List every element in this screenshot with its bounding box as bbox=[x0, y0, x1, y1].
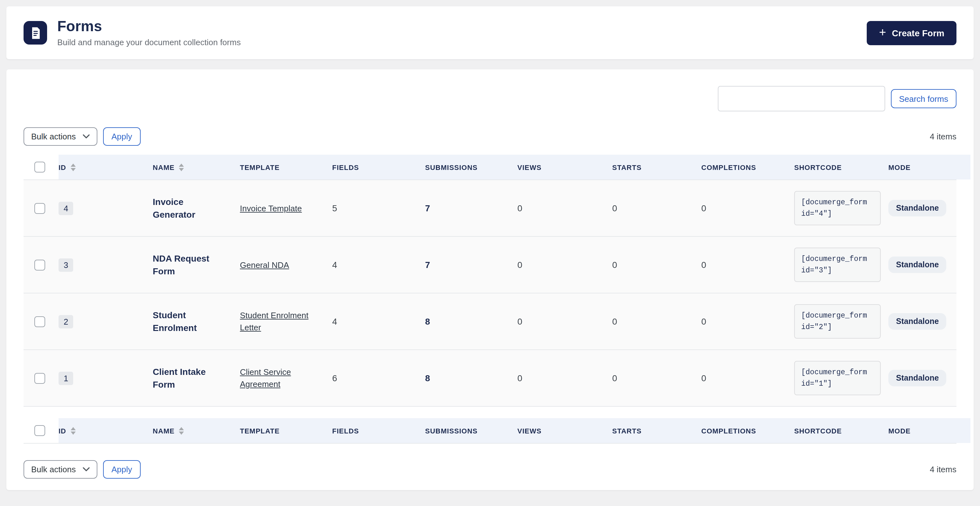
create-form-label: Create Form bbox=[892, 28, 944, 38]
column-label: COMPLETIONS bbox=[701, 427, 756, 435]
fields-count: 4 bbox=[332, 260, 425, 270]
mode-badge: Standalone bbox=[888, 200, 947, 217]
column-header-mode: MODE bbox=[888, 155, 970, 180]
column-label: STARTS bbox=[612, 164, 641, 171]
fields-count: 4 bbox=[332, 317, 425, 327]
sort-arrows-icon bbox=[71, 164, 76, 171]
template-link[interactable]: Client Service Agreement bbox=[240, 366, 309, 391]
row-checkbox[interactable] bbox=[34, 260, 45, 271]
column-footer-submissions: SUBMISSIONS bbox=[425, 418, 517, 443]
column-label: SHORTCODE bbox=[794, 164, 842, 171]
submissions-link[interactable]: 8 bbox=[425, 373, 430, 383]
column-label: VIEWS bbox=[517, 164, 541, 171]
starts-count: 0 bbox=[612, 317, 701, 327]
submissions-link[interactable]: 7 bbox=[425, 260, 430, 270]
table-row: 3 NDA Request Form General NDA 4 7 0 0 0… bbox=[24, 237, 956, 294]
select-all-checkbox[interactable] bbox=[34, 425, 45, 436]
views-count: 0 bbox=[517, 373, 612, 383]
bulk-actions-label: Bulk actions bbox=[31, 132, 76, 142]
column-label: ID bbox=[59, 164, 66, 171]
shortcode-box: [documerge_form id="4"] bbox=[794, 191, 881, 225]
mode-badge: Standalone bbox=[888, 257, 947, 274]
column-label: STARTS bbox=[612, 427, 641, 435]
form-name-link[interactable]: NDA Request Form bbox=[153, 252, 220, 278]
column-label: VIEWS bbox=[517, 427, 541, 435]
column-header-completions: COMPLETIONS bbox=[701, 155, 794, 180]
mode-badge: Standalone bbox=[888, 370, 947, 387]
column-footer-name[interactable]: NAME bbox=[153, 418, 240, 443]
submissions-link[interactable]: 7 bbox=[425, 204, 430, 213]
column-header-starts: STARTS bbox=[612, 155, 701, 180]
form-document-icon bbox=[24, 21, 47, 45]
mode-badge: Standalone bbox=[888, 313, 947, 330]
column-footer-template: TEMPLATE bbox=[240, 418, 332, 443]
completions-count: 0 bbox=[701, 317, 794, 327]
main-card: Search forms Bulk actions Apply 4 items bbox=[6, 70, 974, 490]
row-id-badge: 1 bbox=[59, 372, 73, 385]
shortcode-box: [documerge_form id="1"] bbox=[794, 361, 881, 395]
header-card: Forms Build and manage your document col… bbox=[6, 6, 974, 59]
sort-arrows-icon bbox=[179, 427, 184, 435]
column-header-submissions: SUBMISSIONS bbox=[425, 155, 517, 180]
top-toolbar: Bulk actions Apply 4 items bbox=[24, 127, 956, 146]
views-count: 0 bbox=[517, 317, 612, 327]
search-input[interactable] bbox=[718, 86, 885, 112]
column-label: TEMPLATE bbox=[240, 427, 280, 435]
column-header-shortcode: SHORTCODE bbox=[794, 155, 888, 180]
apply-button[interactable]: Apply bbox=[103, 460, 140, 479]
chevron-down-icon bbox=[83, 468, 90, 472]
table-header-row: ID NAME TEMPLATE FIELDS SUBMISSIONS VIEW… bbox=[24, 155, 956, 180]
column-footer-shortcode: SHORTCODE bbox=[794, 418, 888, 443]
row-id-badge: 2 bbox=[59, 315, 73, 328]
submissions-link[interactable]: 8 bbox=[425, 317, 430, 327]
bulk-actions-select[interactable]: Bulk actions bbox=[24, 127, 97, 146]
views-count: 0 bbox=[517, 204, 612, 213]
create-form-button[interactable]: + Create Form bbox=[867, 21, 956, 45]
items-count: 4 items bbox=[930, 465, 956, 474]
items-count: 4 items bbox=[930, 132, 956, 142]
column-header-id[interactable]: ID bbox=[59, 155, 153, 180]
page-subtitle: Build and manage your document collectio… bbox=[57, 38, 241, 48]
completions-count: 0 bbox=[701, 373, 794, 383]
column-footer-completions: COMPLETIONS bbox=[701, 418, 794, 443]
column-footer-id[interactable]: ID bbox=[59, 418, 153, 443]
starts-count: 0 bbox=[612, 373, 701, 383]
column-label: ID bbox=[59, 427, 66, 435]
fields-count: 5 bbox=[332, 204, 425, 213]
row-checkbox[interactable] bbox=[34, 203, 45, 214]
sort-arrows-icon bbox=[179, 164, 184, 171]
row-id-badge: 3 bbox=[59, 258, 73, 272]
row-checkbox[interactable] bbox=[34, 373, 45, 384]
row-checkbox[interactable] bbox=[34, 316, 45, 327]
chevron-down-icon bbox=[83, 135, 90, 139]
column-label: TEMPLATE bbox=[240, 164, 280, 171]
bottom-toolbar: Bulk actions Apply 4 items bbox=[24, 460, 956, 479]
column-label: COMPLETIONS bbox=[701, 164, 756, 171]
column-label: FIELDS bbox=[332, 427, 359, 435]
column-header-name[interactable]: NAME bbox=[153, 155, 240, 180]
page: Forms Build and manage your document col… bbox=[0, 0, 980, 506]
bulk-actions-label: Bulk actions bbox=[31, 465, 76, 474]
column-label: NAME bbox=[153, 427, 175, 435]
search-forms-button[interactable]: Search forms bbox=[891, 89, 956, 108]
form-name-link[interactable]: Invoice Generator bbox=[153, 196, 220, 221]
template-link[interactable]: General NDA bbox=[240, 259, 289, 271]
shortcode-box: [documerge_form id="3"] bbox=[794, 248, 881, 282]
table-row: 1 Client Intake Form Client Service Agre… bbox=[24, 350, 956, 407]
select-all-checkbox[interactable] bbox=[34, 162, 45, 173]
form-name-link[interactable]: Client Intake Form bbox=[153, 365, 220, 391]
column-footer-mode: MODE bbox=[888, 418, 970, 443]
bulk-actions-select[interactable]: Bulk actions bbox=[24, 460, 97, 479]
column-label: NAME bbox=[153, 164, 175, 171]
completions-count: 0 bbox=[701, 204, 794, 213]
apply-button[interactable]: Apply bbox=[103, 127, 140, 146]
column-label: MODE bbox=[888, 427, 911, 435]
column-label: SUBMISSIONS bbox=[425, 427, 477, 435]
template-link[interactable]: Invoice Template bbox=[240, 202, 302, 215]
plus-icon: + bbox=[879, 26, 886, 38]
form-name-link[interactable]: Student Enrolment bbox=[153, 309, 220, 334]
shortcode-box: [documerge_form id="2"] bbox=[794, 305, 881, 339]
column-footer-fields: FIELDS bbox=[332, 418, 425, 443]
column-label: FIELDS bbox=[332, 164, 359, 171]
template-link[interactable]: Student Enrolment Letter bbox=[240, 309, 309, 334]
